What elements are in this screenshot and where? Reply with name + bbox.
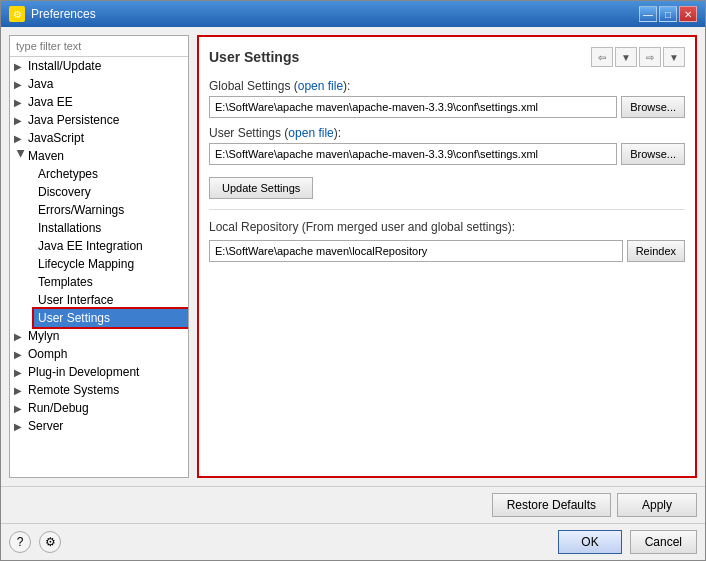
- sidebar-item-label: Mylyn: [28, 329, 59, 343]
- sidebar-item-label: Oomph: [28, 347, 67, 361]
- expand-arrow: ▶: [14, 133, 28, 144]
- ok-button[interactable]: OK: [558, 530, 621, 554]
- sidebar-item-label: Install/Update: [28, 59, 101, 73]
- restore-defaults-button[interactable]: Restore Defaults: [492, 493, 611, 517]
- expand-arrow: ▶: [14, 115, 28, 126]
- content-panel: User Settings ⇦ ▼ ⇨ ▼ Global Settings (o…: [197, 35, 697, 478]
- sidebar-item-user-interface[interactable]: User Interface: [34, 291, 188, 309]
- expand-arrow: ▶: [14, 403, 28, 414]
- main-content: ▶ Install/Update ▶ Java ▶ Java EE ▶ Java…: [1, 27, 705, 486]
- global-settings-input-row: Browse...: [209, 96, 685, 118]
- sidebar-item-label: Discovery: [38, 185, 91, 199]
- sidebar-item-maven[interactable]: ▶ Maven: [10, 147, 188, 165]
- global-settings-row: Global Settings (open file): Browse...: [209, 79, 685, 118]
- sidebar-item-label: Archetypes: [38, 167, 98, 181]
- sidebar-item-label: Java EE: [28, 95, 73, 109]
- preferences-window: ⚙ Preferences — □ ✕ ▶ Install/Update ▶ J…: [0, 0, 706, 561]
- sidebar-item-lifecycle-mapping[interactable]: Lifecycle Mapping: [34, 255, 188, 273]
- expand-arrow: ▶: [14, 367, 28, 378]
- sidebar-item-errors-warnings[interactable]: Errors/Warnings: [34, 201, 188, 219]
- minimize-button[interactable]: —: [639, 6, 657, 22]
- expand-arrow: ▶: [14, 421, 28, 432]
- sidebar-item-label: JavaScript: [28, 131, 84, 145]
- local-repo-input-row: Reindex: [209, 240, 685, 262]
- expand-arrow: ▶: [14, 61, 28, 72]
- expand-arrow: ▶: [16, 149, 27, 163]
- user-browse-button[interactable]: Browse...: [621, 143, 685, 165]
- user-settings-row: User Settings (open file): Browse...: [209, 126, 685, 165]
- sidebar-item-label: Lifecycle Mapping: [38, 257, 134, 271]
- sidebar-item-java[interactable]: ▶ Java: [10, 75, 188, 93]
- content-header: User Settings ⇦ ▼ ⇨ ▼: [209, 47, 685, 67]
- content-title: User Settings: [209, 49, 299, 65]
- expand-arrow: ▶: [14, 349, 28, 360]
- sidebar-item-java-ee-integration[interactable]: Java EE Integration: [34, 237, 188, 255]
- sidebar-item-server[interactable]: ▶ Server: [10, 417, 188, 435]
- sidebar-item-run-debug[interactable]: ▶ Run/Debug: [10, 399, 188, 417]
- dropdown-arrow2[interactable]: ▼: [663, 47, 685, 67]
- dropdown-arrow[interactable]: ▼: [615, 47, 637, 67]
- settings-icon[interactable]: ⚙: [39, 531, 61, 553]
- expand-arrow: ▶: [14, 79, 28, 90]
- sidebar-item-user-settings[interactable]: User Settings: [34, 309, 188, 327]
- update-settings-wrapper: Update Settings: [209, 173, 685, 199]
- sidebar-item-label: User Settings: [38, 311, 110, 325]
- local-repo-label: Local Repository (From merged user and g…: [209, 220, 685, 234]
- sidebar-item-label: Templates: [38, 275, 93, 289]
- sidebar-item-label: Server: [28, 419, 63, 433]
- title-bar: ⚙ Preferences — □ ✕: [1, 1, 705, 27]
- global-browse-button[interactable]: Browse...: [621, 96, 685, 118]
- sidebar-item-label: Errors/Warnings: [38, 203, 124, 217]
- update-settings-button[interactable]: Update Settings: [209, 177, 313, 199]
- help-icon[interactable]: ?: [9, 531, 31, 553]
- cancel-button[interactable]: Cancel: [630, 530, 697, 554]
- sidebar-item-remote-systems[interactable]: ▶ Remote Systems: [10, 381, 188, 399]
- global-open-file-link[interactable]: open file: [298, 79, 343, 93]
- footer: Restore Defaults Apply: [1, 486, 705, 523]
- toolbar: ⇦ ▼ ⇨ ▼: [591, 47, 685, 67]
- sidebar-item-label: Run/Debug: [28, 401, 89, 415]
- expand-arrow: ▶: [14, 331, 28, 342]
- sidebar-item-java-ee[interactable]: ▶ Java EE: [10, 93, 188, 111]
- sidebar-item-discovery[interactable]: Discovery: [34, 183, 188, 201]
- sidebar-item-templates[interactable]: Templates: [34, 273, 188, 291]
- sidebar-item-archetypes[interactable]: Archetypes: [34, 165, 188, 183]
- user-settings-label: User Settings (open file):: [209, 126, 685, 140]
- sidebar-item-label: Installations: [38, 221, 101, 235]
- forward-icon[interactable]: ⇨: [639, 47, 661, 67]
- global-settings-input[interactable]: [209, 96, 617, 118]
- filter-input[interactable]: [10, 36, 188, 57]
- sidebar-item-label: Maven: [28, 149, 64, 163]
- sidebar-item-label: Java: [28, 77, 53, 91]
- window-title: Preferences: [31, 7, 96, 21]
- divider: [209, 209, 685, 210]
- spacer: [209, 270, 685, 466]
- sidebar-item-java-persistence[interactable]: ▶ Java Persistence: [10, 111, 188, 129]
- maven-children: Archetypes Discovery Errors/Warnings Ins…: [10, 165, 188, 327]
- sidebar-item-label: User Interface: [38, 293, 113, 307]
- back-icon[interactable]: ⇦: [591, 47, 613, 67]
- sidebar-item-install-update[interactable]: ▶ Install/Update: [10, 57, 188, 75]
- expand-arrow: ▶: [14, 97, 28, 108]
- user-open-file-link[interactable]: open file: [288, 126, 333, 140]
- sidebar-item-javascript[interactable]: ▶ JavaScript: [10, 129, 188, 147]
- reindex-button[interactable]: Reindex: [627, 240, 685, 262]
- sidebar-item-label: Remote Systems: [28, 383, 119, 397]
- window-icon: ⚙: [9, 6, 25, 22]
- user-settings-input[interactable]: [209, 143, 617, 165]
- local-repo-input[interactable]: [209, 240, 623, 262]
- expand-arrow: ▶: [14, 385, 28, 396]
- maximize-button[interactable]: □: [659, 6, 677, 22]
- bottom-bar: ? ⚙ OK Cancel: [1, 523, 705, 560]
- title-bar-left: ⚙ Preferences: [9, 6, 96, 22]
- sidebar-item-label: Java EE Integration: [38, 239, 143, 253]
- user-settings-input-row: Browse...: [209, 143, 685, 165]
- sidebar: ▶ Install/Update ▶ Java ▶ Java EE ▶ Java…: [9, 35, 189, 478]
- sidebar-item-oomph[interactable]: ▶ Oomph: [10, 345, 188, 363]
- sidebar-item-mylyn[interactable]: ▶ Mylyn: [10, 327, 188, 345]
- sidebar-item-label: Java Persistence: [28, 113, 119, 127]
- close-button[interactable]: ✕: [679, 6, 697, 22]
- apply-button[interactable]: Apply: [617, 493, 697, 517]
- sidebar-item-installations[interactable]: Installations: [34, 219, 188, 237]
- sidebar-item-plugin-development[interactable]: ▶ Plug-in Development: [10, 363, 188, 381]
